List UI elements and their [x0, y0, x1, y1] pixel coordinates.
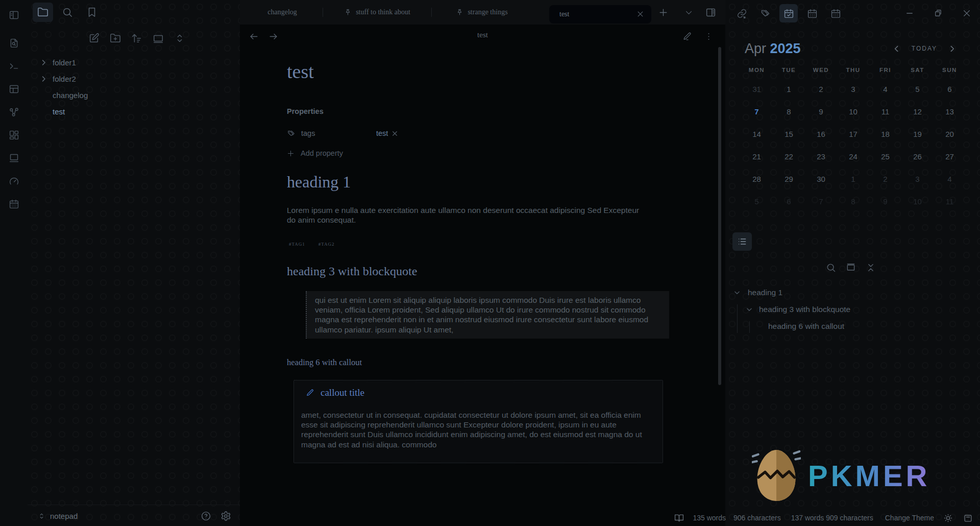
- calendar-day[interactable]: 9: [869, 190, 901, 212]
- calendar-day[interactable]: 27: [934, 145, 966, 168]
- gauge-icon[interactable]: [7, 174, 20, 187]
- toggle-right-sidebar-icon[interactable]: [704, 6, 717, 19]
- sort-icon[interactable]: [131, 32, 143, 45]
- calendar-day[interactable]: 14: [741, 123, 773, 145]
- calendar-day[interactable]: 4: [869, 78, 901, 100]
- calendar-day[interactable]: 6: [773, 190, 805, 212]
- tab-test-active[interactable]: test: [549, 5, 651, 23]
- layout-icon[interactable]: [7, 82, 20, 95]
- theme-sun-icon[interactable]: [942, 512, 954, 524]
- inline-tag[interactable]: #tag1: [289, 240, 305, 248]
- tab-list-chevron-icon[interactable]: [682, 6, 695, 19]
- collapse-all-icon[interactable]: [865, 261, 876, 274]
- terminal-icon[interactable]: [7, 59, 20, 73]
- add-property-button[interactable]: Add property: [287, 149, 343, 157]
- tab-changelog[interactable]: changelog: [242, 0, 323, 25]
- calendar-dots-icon[interactable]: [803, 4, 821, 22]
- calendar-day[interactable]: 24: [837, 145, 869, 168]
- new-folder-icon[interactable]: [109, 32, 121, 45]
- edit-mode-icon[interactable]: [680, 30, 694, 43]
- character-count[interactable]: 906 characters: [733, 514, 781, 522]
- chevron-down-icon[interactable]: [733, 289, 741, 296]
- outline-panel-icon[interactable]: [732, 232, 752, 251]
- calendar-day[interactable]: 11: [869, 100, 901, 123]
- tab-stuff-to-think-about[interactable]: stuff to think about: [323, 0, 431, 25]
- calendar-day[interactable]: 31: [741, 78, 773, 100]
- change-theme-button[interactable]: Change Theme: [885, 514, 934, 522]
- outline-panel-frame-icon[interactable]: [845, 261, 856, 274]
- calendar-day[interactable]: 13: [934, 100, 966, 123]
- calendar-day[interactable]: 2: [869, 168, 901, 190]
- calendar-check-icon[interactable]: [779, 4, 798, 22]
- calendar-day-today[interactable]: 7: [741, 100, 773, 123]
- prev-month-icon[interactable]: [891, 43, 902, 54]
- calendar-day[interactable]: 25: [869, 145, 901, 168]
- calendar-day[interactable]: 7: [805, 190, 837, 212]
- calendar-day[interactable]: 23: [805, 145, 837, 168]
- toggle-left-sidebar-icon[interactable]: [7, 8, 20, 21]
- inline-tag[interactable]: #tag2: [318, 240, 335, 248]
- editor-scrollbar[interactable]: [718, 47, 721, 385]
- calendar-day[interactable]: 18: [869, 123, 901, 145]
- remove-tag-icon[interactable]: [391, 130, 398, 137]
- calendar-day[interactable]: 10: [901, 190, 934, 212]
- dashboard-icon[interactable]: [7, 128, 20, 141]
- close-window-icon[interactable]: [961, 4, 972, 22]
- tree-item-changelog[interactable]: changelog: [28, 87, 240, 103]
- calendar-day[interactable]: 8: [837, 190, 869, 212]
- expand-collapse-icon[interactable]: [174, 32, 186, 45]
- outline-item-heading-3[interactable]: heading 3 with blockquote: [725, 301, 980, 318]
- calendar-day[interactable]: 10: [837, 100, 869, 123]
- property-key[interactable]: tags: [287, 129, 376, 138]
- reading-time-book-icon[interactable]: [673, 512, 685, 524]
- tag-pill[interactable]: test: [376, 129, 398, 137]
- graph-icon[interactable]: [7, 105, 20, 118]
- more-options-icon[interactable]: [702, 30, 715, 43]
- calendar-day[interactable]: 20: [934, 123, 966, 145]
- outline-search-icon[interactable]: [825, 261, 837, 274]
- search-tab-icon[interactable]: [57, 3, 78, 22]
- calendar-day[interactable]: 22: [773, 145, 805, 168]
- tags-panel-icon[interactable]: [756, 4, 774, 22]
- today-button[interactable]: TODAY: [912, 45, 937, 52]
- calendar-day[interactable]: 3: [901, 168, 934, 190]
- calendar-day[interactable]: 3: [837, 78, 869, 100]
- ribbon-calendar-icon[interactable]: [7, 197, 20, 210]
- chevron-down-icon[interactable]: [746, 306, 753, 313]
- bookmarks-tab-icon[interactable]: [82, 3, 102, 22]
- calendar-day[interactable]: 6: [934, 78, 966, 100]
- slides-icon[interactable]: [7, 151, 20, 164]
- calendar-day[interactable]: 12: [901, 100, 934, 123]
- calendar-day[interactable]: 15: [773, 123, 805, 145]
- collapse-panel-icon[interactable]: [152, 32, 164, 45]
- calendar-day[interactable]: 17: [837, 123, 869, 145]
- calendar-day[interactable]: 30: [805, 168, 837, 190]
- calendar-day[interactable]: 26: [901, 145, 934, 168]
- calendar-day[interactable]: 2: [805, 78, 837, 100]
- next-month-icon[interactable]: [946, 43, 958, 54]
- calendar-day[interactable]: 29: [773, 168, 805, 190]
- new-tab-icon[interactable]: [655, 5, 671, 20]
- calendar-day[interactable]: 8: [773, 100, 805, 123]
- calendar-day[interactable]: 16: [805, 123, 837, 145]
- calendar-day[interactable]: 4: [934, 168, 966, 190]
- vault-switcher[interactable]: notepad: [38, 508, 78, 523]
- tree-item-folder2[interactable]: folder2: [28, 70, 240, 87]
- word-count[interactable]: 135 words: [693, 514, 726, 522]
- tree-item-folder1[interactable]: folder1: [28, 54, 240, 70]
- settings-gear-icon[interactable]: [219, 508, 232, 523]
- files-tab-icon[interactable]: [33, 3, 53, 22]
- tab-strange-things[interactable]: strange things: [432, 0, 532, 25]
- tree-item-test[interactable]: test: [28, 103, 240, 119]
- archive-icon[interactable]: [962, 512, 974, 524]
- restore-icon[interactable]: [933, 4, 944, 22]
- calendar-day[interactable]: 5: [741, 190, 773, 212]
- calendar-day[interactable]: 1: [773, 78, 805, 100]
- calendar-day[interactable]: 9: [805, 100, 837, 123]
- calendar-day[interactable]: 21: [741, 145, 773, 168]
- outgoing-links-icon[interactable]: [732, 4, 751, 22]
- outline-item-heading-1[interactable]: heading 1: [725, 284, 980, 301]
- calendar-day[interactable]: 11: [934, 190, 966, 212]
- close-tab-icon[interactable]: [636, 10, 644, 18]
- new-note-icon[interactable]: [88, 32, 100, 45]
